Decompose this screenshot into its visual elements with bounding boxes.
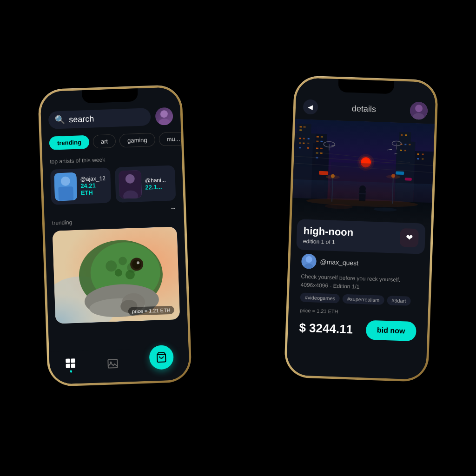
nav-dot — [70, 370, 72, 372]
svg-rect-56 — [320, 148, 323, 149]
nav-image[interactable] — [107, 358, 119, 370]
svg-rect-29 — [108, 359, 118, 368]
artist-name-1: @ajax_12 — [80, 175, 106, 183]
svg-rect-40 — [299, 129, 302, 131]
svg-rect-28 — [71, 364, 75, 368]
bid-now-button[interactable]: bid now — [365, 320, 416, 341]
user-avatar-left[interactable] — [155, 107, 173, 125]
filter-art[interactable]: art — [93, 134, 116, 149]
filter-gaming[interactable]: gaming — [119, 133, 156, 148]
artwork-image — [291, 119, 434, 226]
svg-rect-26 — [71, 358, 75, 363]
svg-rect-38 — [300, 126, 302, 127]
cyberpunk-scene — [291, 119, 434, 226]
creator-avatar[interactable] — [301, 254, 317, 269]
phone-notch-right — [338, 79, 394, 94]
artwork-info-card: high-noon edition 1 of 1 ❤ — [296, 219, 425, 254]
svg-rect-51 — [317, 136, 319, 138]
svg-rect-25 — [66, 359, 70, 363]
svg-rect-64 — [405, 134, 407, 136]
svg-rect-70 — [417, 153, 419, 155]
search-label: search — [69, 114, 94, 125]
svg-rect-39 — [304, 126, 306, 128]
search-bar[interactable]: 🔍 search — [48, 108, 151, 129]
svg-rect-45 — [303, 143, 304, 144]
svg-rect-68 — [400, 150, 402, 151]
svg-rect-55 — [316, 148, 318, 149]
svg-rect-53 — [316, 141, 318, 142]
price-tag: price = 1.21 ETH — [128, 306, 174, 316]
svg-rect-47 — [299, 147, 301, 148]
svg-line-31 — [157, 354, 165, 355]
svg-point-0 — [160, 110, 168, 118]
filter-more[interactable]: mu... — [159, 132, 181, 146]
svg-rect-67 — [409, 144, 410, 145]
bid-row: $ 3244.11 bid now — [288, 315, 428, 344]
svg-rect-27 — [66, 364, 70, 368]
back-button[interactable]: ◀ — [303, 99, 318, 114]
right-phone: ◀ details — [284, 75, 438, 382]
svg-rect-93 — [405, 178, 412, 181]
user-avatar-right[interactable] — [410, 102, 428, 120]
svg-rect-44 — [299, 142, 301, 144]
artist-avatar-1 — [54, 172, 77, 201]
svg-rect-73 — [422, 158, 423, 159]
cart-fab-button[interactable] — [149, 345, 174, 370]
filter-trending[interactable]: trending — [49, 135, 89, 150]
svg-rect-91 — [319, 171, 328, 175]
artists-row: @ajax_12 24.21 ETH — [43, 163, 184, 207]
svg-rect-41 — [299, 138, 301, 139]
svg-rect-69 — [404, 150, 406, 151]
svg-rect-46 — [307, 143, 309, 144]
creator-name: @max_quest — [320, 258, 358, 267]
nav-grid[interactable] — [65, 357, 76, 373]
left-phone: 🔍 search trending — [38, 85, 192, 387]
artist-eth-1: 24.21 ETH — [80, 182, 107, 197]
details-title: details — [352, 104, 377, 114]
svg-rect-48 — [307, 147, 309, 149]
svg-point-1 — [159, 119, 170, 126]
artist-card-2[interactable]: @hani... 22.1... — [115, 165, 176, 202]
svg-rect-5 — [58, 186, 73, 201]
phone-notch-left — [82, 88, 138, 103]
search-icon: 🔍 — [55, 115, 66, 126]
artist-info-1: @ajax_12 24.21 ETH — [80, 175, 107, 197]
artist-info-2: @hani... 22.1... — [145, 177, 166, 191]
svg-rect-54 — [320, 141, 323, 142]
artist-eth-2: 22.1... — [145, 183, 166, 191]
bottom-nav — [49, 347, 190, 384]
cart-icon — [155, 351, 167, 363]
tag-3dart[interactable]: #3dart — [387, 296, 411, 306]
grid-icon — [65, 357, 76, 369]
svg-rect-52 — [321, 136, 323, 138]
artist-name-2: @hani... — [145, 177, 166, 184]
artist-avatar-2 — [119, 170, 142, 199]
tag-videogames[interactable]: #videogames — [300, 293, 340, 304]
trending-artwork[interactable]: price = 1.21 ETH — [53, 226, 180, 324]
svg-rect-71 — [422, 153, 424, 155]
svg-rect-63 — [401, 134, 403, 136]
tag-superrealism[interactable]: #superrealism — [343, 294, 384, 305]
svg-rect-43 — [308, 138, 310, 139]
svg-rect-66 — [404, 144, 406, 145]
filter-row: trending art gaming mu... → — [41, 128, 181, 154]
svg-rect-72 — [417, 158, 419, 159]
svg-rect-42 — [303, 138, 305, 139]
image-icon — [107, 358, 119, 370]
price-usd: $ 3244.11 — [299, 320, 353, 337]
artist-card-1[interactable]: @ajax_12 24.21 ETH — [50, 167, 112, 205]
svg-rect-92 — [396, 172, 404, 175]
heart-button[interactable]: ❤ — [400, 228, 419, 247]
